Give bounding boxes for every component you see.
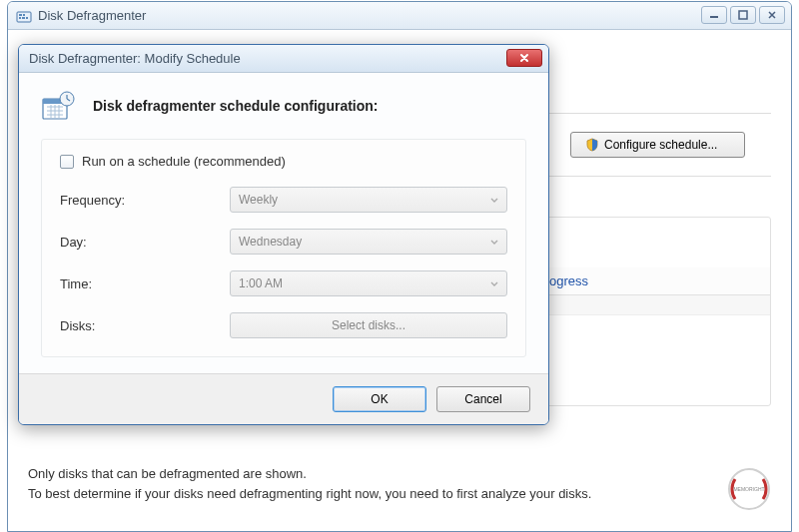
select-disks-button[interactable]: Select disks... [230, 312, 507, 338]
time-row: Time: 1:00 AM [60, 270, 507, 296]
time-value: 1:00 AM [239, 276, 283, 290]
modify-schedule-dialog: Disk Defragmenter: Modify Schedule [18, 44, 549, 425]
svg-rect-5 [26, 17, 28, 19]
footer-line-1: Only disks that can be defragmented are … [28, 464, 591, 484]
frequency-label: Frequency: [60, 193, 230, 208]
close-button[interactable] [506, 49, 542, 67]
footer-text: Only disks that can be defragmented are … [28, 464, 591, 503]
parent-window-title: Disk Defragmenter [38, 8, 146, 23]
modal-header-row: Disk defragmenter schedule configuration… [41, 91, 526, 121]
run-on-schedule-label: Run on a schedule (recommended) [82, 154, 286, 169]
modal-body: Disk defragmenter schedule configuration… [19, 73, 548, 373]
frequency-value: Weekly [239, 193, 278, 207]
day-value: Wednesday [239, 235, 302, 249]
modal-footer: OK Cancel [19, 373, 548, 424]
modal-heading: Disk defragmenter schedule configuration… [93, 98, 379, 114]
window-controls [701, 6, 785, 24]
chevron-down-icon [490, 276, 498, 290]
run-on-schedule-checkbox[interactable] [60, 155, 74, 169]
frequency-row: Frequency: Weekly [60, 187, 507, 213]
calendar-clock-icon [41, 91, 77, 121]
chevron-down-icon [490, 235, 498, 249]
svg-rect-1 [19, 14, 22, 16]
configure-schedule-button[interactable]: Configure schedule... [570, 132, 745, 158]
svg-rect-3 [19, 17, 21, 19]
disks-row: Disks: Select disks... [60, 312, 507, 338]
minimize-button[interactable] [701, 6, 727, 24]
time-dropdown[interactable]: 1:00 AM [230, 270, 507, 296]
close-button-parent[interactable] [759, 6, 785, 24]
maximize-button[interactable] [730, 6, 756, 24]
parent-titlebar: Disk Defragmenter [8, 2, 791, 30]
day-dropdown[interactable]: Wednesday [230, 229, 507, 255]
chevron-down-icon [490, 193, 498, 207]
form-panel: Run on a schedule (recommended) Frequenc… [41, 139, 526, 357]
schedule-checkbox-row: Run on a schedule (recommended) [60, 154, 507, 169]
disks-label: Disks: [60, 318, 230, 333]
svg-rect-2 [23, 14, 25, 16]
cancel-button[interactable]: Cancel [436, 386, 530, 412]
frequency-dropdown[interactable]: Weekly [230, 187, 507, 213]
modal-title: Disk Defragmenter: Modify Schedule [29, 51, 241, 66]
shield-icon [585, 138, 599, 152]
day-label: Day: [60, 235, 230, 250]
time-label: Time: [60, 276, 230, 291]
day-row: Day: Wednesday [60, 229, 507, 255]
ok-button[interactable]: OK [333, 386, 426, 412]
memoright-watermark: MEMORIGHT [725, 465, 773, 513]
svg-rect-6 [710, 16, 718, 18]
configure-schedule-label: Configure schedule... [604, 138, 717, 152]
defragmenter-app-icon [16, 8, 32, 24]
svg-rect-4 [22, 17, 25, 19]
svg-text:MEMORIGHT: MEMORIGHT [733, 486, 764, 492]
svg-rect-7 [739, 11, 747, 19]
footer-line-2: To best determine if your disks need def… [28, 484, 591, 504]
modal-titlebar: Disk Defragmenter: Modify Schedule [19, 45, 548, 73]
